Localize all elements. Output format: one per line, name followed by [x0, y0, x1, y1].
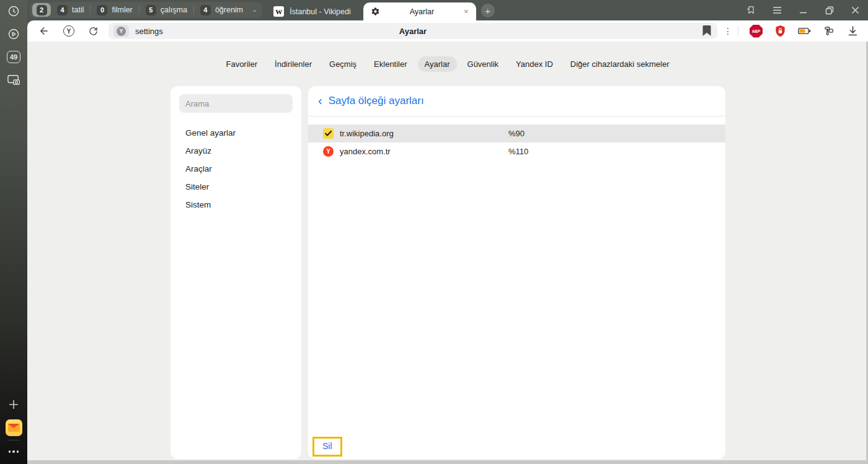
gear-icon	[371, 7, 380, 16]
site-row-yandex[interactable]: Y yandex.com.tr %110	[308, 142, 725, 160]
tab-group-count: 2	[37, 5, 47, 15]
toolbar-separator	[738, 26, 738, 36]
mail-icon	[6, 419, 22, 436]
tab-bar: 2 4 tatil 0 filmler 5 çalışma 4	[27, 0, 868, 20]
section-title: Sayfa ölçeği ayarları	[329, 95, 424, 107]
zoom-value: %110	[508, 147, 528, 156]
chevron-down-icon[interactable]: ⌄	[252, 6, 257, 14]
restore-icon[interactable]	[824, 5, 835, 15]
tab-counter-badge[interactable]: 49	[6, 50, 21, 64]
battery-icon[interactable]	[798, 25, 811, 38]
home-yandex-icon[interactable]: Y	[61, 23, 77, 39]
browser-window: 49 2	[0, 0, 868, 464]
key-icon[interactable]	[822, 25, 835, 38]
nav-yandex-id[interactable]: Yandex ID	[509, 56, 560, 72]
settings-sidebar-card: Genel ayarlar Arayüz Araçlar Siteler Sis…	[170, 86, 301, 459]
tab-group-count: 4	[200, 5, 211, 15]
minimize-icon[interactable]	[798, 5, 808, 15]
wikipedia-favicon: W	[273, 6, 284, 17]
history-clock-icon[interactable]	[6, 4, 21, 19]
more-options-icon[interactable]: ⋮	[724, 26, 732, 36]
tab-group-current[interactable]: 2	[32, 3, 51, 17]
sidebar-item-arayuz[interactable]: Arayüz	[170, 142, 301, 160]
sidebar-item-siteler[interactable]: Siteler	[170, 178, 301, 196]
nav-ayarlar[interactable]: Ayarlar	[418, 56, 457, 72]
settings-page: Favoriler İndirilenler Geçmiş Eklentiler…	[27, 42, 868, 464]
settings-cards: Genel ayarlar Arayüz Araçlar Siteler Sis…	[170, 86, 868, 459]
tab-group-calisma[interactable]: 5 çalışma	[140, 5, 193, 15]
tab-title: İstanbul - Vikipedi	[290, 7, 350, 16]
nav-diger-cihazlar[interactable]: Diğer cihazlardaki sekmeler	[564, 56, 676, 72]
site-name: tr.wikipedia.org	[340, 129, 394, 138]
menu-icon[interactable]	[772, 5, 782, 15]
new-tab-button[interactable]: +	[481, 4, 495, 17]
home-letter: Y	[63, 25, 74, 37]
rail-divider	[7, 440, 20, 440]
delete-button[interactable]: Sil	[322, 441, 332, 451]
back-chevron-icon: ‹	[318, 94, 322, 107]
toolbar-extensions: ⋮ ABP	[724, 25, 865, 38]
site-favicon-chip: Y	[113, 25, 129, 37]
tab-group-label: öğrenim	[215, 6, 243, 14]
nav-guvenlik[interactable]: Güvenlik	[461, 56, 506, 72]
back-to-settings[interactable]: ‹ Sayfa ölçeği ayarları	[308, 86, 725, 116]
checkbox-checked-icon[interactable]	[323, 128, 334, 139]
yandex-mail-app-icon[interactable]	[6, 419, 22, 436]
tab-group-label: filmler	[112, 6, 132, 14]
close-icon[interactable]	[850, 5, 861, 15]
add-panel-button[interactable]	[6, 397, 21, 412]
sidebar-item-genel-ayarlar[interactable]: Genel ayarlar	[170, 124, 301, 142]
tab-wikipedia[interactable]: W İstanbul - Vikipedi	[266, 2, 358, 20]
tab-group-count: 4	[57, 5, 68, 15]
refresh-icon[interactable]	[85, 23, 101, 39]
rail-more-icon[interactable]	[6, 444, 21, 459]
nav-eklentiler[interactable]: Eklentiler	[367, 56, 414, 72]
settings-nav: Favoriler İndirilenler Geçmiş Eklentiler…	[27, 56, 868, 72]
back-icon[interactable]	[36, 23, 52, 39]
address-bar[interactable]: Y settings Ayarlar	[108, 23, 717, 39]
bookmark-icon[interactable]	[702, 25, 711, 38]
delete-button-highlight[interactable]: Sil	[312, 437, 342, 457]
nav-gecmis[interactable]: Geçmiş	[322, 56, 363, 72]
site-favicon: Y	[117, 27, 126, 36]
download-icon[interactable]	[846, 25, 859, 38]
page-title: Ayarlar	[108, 27, 717, 36]
yandex-favicon: Y	[323, 146, 334, 157]
site-row-wikipedia[interactable]: tr.wikipedia.org %90	[308, 125, 725, 142]
settings-sidebar-nav: Genel ayarlar Arayüz Araçlar Siteler Sis…	[170, 124, 301, 214]
tab-close-icon[interactable]: ×	[464, 7, 469, 15]
tab-group-count: 5	[146, 5, 156, 15]
toolbar: Y Y settings Ayarlar ⋮ ABP	[27, 20, 868, 42]
nav-favoriler[interactable]: Favoriler	[219, 56, 264, 72]
tab-group-ogrenim[interactable]: 4 öğrenim	[194, 5, 249, 15]
tab-group-tatil[interactable]: 4 tatil	[51, 5, 90, 15]
nav-indirilenler[interactable]: İndirilenler	[268, 56, 319, 72]
sidebar-item-sistem[interactable]: Sistem	[170, 196, 301, 214]
site-name: yandex.com.tr	[340, 147, 391, 156]
tab-count-label: 49	[7, 51, 20, 63]
tab-group-filmler[interactable]: 0 filmler	[91, 5, 138, 15]
search-input[interactable]	[179, 94, 293, 113]
tab-group-count: 0	[97, 5, 107, 15]
tab-groups: 2 4 tatil 0 filmler 5 çalışma 4	[30, 2, 262, 18]
tab-settings-active[interactable]: Ayarlar ×	[363, 2, 476, 20]
sidebar-item-araclar[interactable]: Araçlar	[170, 160, 301, 178]
screenshot-icon[interactable]	[6, 72, 21, 87]
window-controls	[746, 0, 868, 20]
page-zoom-settings-card: ‹ Sayfa ölçeği ayarları tr.wikipedia.org…	[308, 86, 725, 459]
play-media-icon[interactable]	[6, 27, 21, 42]
tab-group-label: tatil	[72, 6, 84, 14]
side-panel-icon[interactable]	[746, 5, 756, 15]
site-zoom-list: tr.wikipedia.org %90 Y yandex.com.tr %11…	[308, 125, 725, 160]
side-rail: 49	[0, 0, 27, 464]
browser-chrome: 2 4 tatil 0 filmler 5 çalışma 4	[27, 0, 868, 42]
zoom-value: %90	[508, 129, 525, 138]
tab-group-label: çalışma	[161, 6, 187, 14]
protect-shield-icon[interactable]	[774, 25, 787, 38]
url-text: settings	[135, 27, 163, 36]
abp-extension-icon[interactable]: ABP	[750, 25, 763, 38]
tab-title: Ayarlar	[410, 7, 434, 16]
abp-label: ABP	[750, 25, 763, 38]
